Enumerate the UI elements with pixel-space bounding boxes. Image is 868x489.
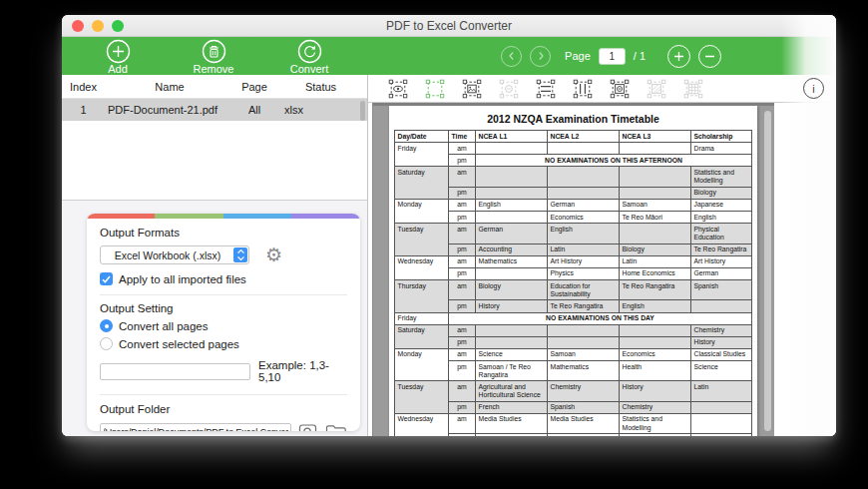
timetable-cell: Te Reo Māori (620, 212, 691, 224)
timetable-row: pmChineseTe Reo MāoriArt HistoryPhysics (395, 434, 752, 436)
timetable-cell: Drama (691, 143, 752, 155)
timetable-cell (620, 167, 691, 187)
timetable-row: Saturday17 NovamChemistry (395, 324, 752, 336)
minimize-window-button[interactable] (92, 20, 104, 32)
timetable-row: Thursday15 NovamBiologyEducation for Sus… (395, 280, 752, 300)
zoom-out-button[interactable] (698, 45, 721, 68)
show-marked-areas-tool[interactable] (388, 79, 408, 99)
column-header-index: Index (62, 81, 105, 93)
timetable-cell: Physics (548, 267, 620, 279)
timetable-row: pmHistoryTe Reo RangatiraEnglish (395, 300, 752, 312)
timetable-cell: Science (691, 361, 752, 381)
file-status: xlsx (274, 104, 367, 116)
previous-page-button[interactable] (501, 46, 522, 67)
remove-button[interactable]: Remove (186, 38, 241, 75)
timetable-time-cell: am (449, 381, 476, 401)
timetable-day-cell: Saturday17 Nov (395, 324, 449, 348)
file-list: Index Name Page Status 1 PDF-Document-21… (62, 75, 367, 200)
file-list-row[interactable]: 1 PDF-Document-21.pdf All xlsx (62, 99, 367, 121)
timetable-row: Saturday10 NovamStatistics and Modelling (395, 167, 752, 187)
screenshot-stage: PDF to Excel Converter Add Remove (0, 0, 868, 489)
timetable-cell (691, 401, 752, 413)
page-label: Page (565, 50, 591, 62)
timetable-cell (476, 336, 548, 348)
column-header-page: Page (234, 81, 274, 93)
titlebar: PDF to Excel Converter (62, 15, 836, 37)
radio-option-0[interactable]: Convert all pages (100, 319, 347, 332)
timetable-cell: Health (620, 361, 691, 381)
page-range-input[interactable] (100, 363, 250, 380)
timetable-row: Wednesday21 NovamMedia StudiesMedia Stud… (395, 413, 752, 433)
timetable-cell (476, 143, 548, 155)
close-window-button[interactable] (72, 20, 84, 32)
file-page: All (234, 104, 274, 116)
timetable-day-cell: Friday16 Nov (395, 312, 449, 324)
timetable-cell: History (476, 300, 548, 312)
page-number-input[interactable] (599, 48, 626, 65)
timetable-column-header: Time (449, 131, 476, 143)
timetable: Day/DateTimeNCEA L1NCEA L2NCEA L3Scholar… (394, 130, 752, 436)
file-list-scrollbar[interactable] (360, 101, 365, 121)
timetable-row: pmEconomicsTe Reo MāoriEnglish (395, 212, 752, 224)
zoom-window-button[interactable] (112, 20, 124, 32)
reveal-folder-button[interactable] (298, 422, 318, 431)
pdf-page[interactable]: 2012 NZQA Examination Timetable Day/Date… (389, 106, 757, 436)
timetable-cell (620, 324, 691, 336)
timetable-cell: Mathematics (548, 361, 620, 381)
timetable-cell: German (691, 267, 752, 279)
timetable-cell (476, 267, 548, 279)
document-viewport[interactable]: 2012 NZQA Examination Timetable Day/Date… (372, 103, 774, 436)
timetable-cell (620, 187, 691, 199)
preview-pane: i 2012 NZQA Examination Timetable Day/Da… (367, 75, 836, 436)
timetable-cell: History (691, 336, 752, 348)
choose-folder-button[interactable] (325, 423, 347, 432)
timetable-time-cell: pm (449, 212, 476, 224)
timetable-time-cell: pm (449, 361, 476, 381)
mark-rows-tool[interactable] (536, 79, 556, 99)
timetable-cell (691, 413, 752, 433)
timetable-time-cell: pm (449, 267, 476, 279)
timetable-row: pmSamoan / Te Reo RangatiraMathematicsHe… (395, 361, 752, 381)
output-folder-path-input[interactable] (100, 423, 291, 431)
radio-option-1[interactable]: Convert selected pages (100, 337, 347, 350)
window-title: PDF to Excel Converter (62, 15, 836, 37)
folder-icon (325, 423, 347, 432)
toolbar-left-group: Add Remove Convert (90, 38, 337, 75)
timetable-cell: Science (476, 348, 548, 360)
timetable-time-cell: am (449, 167, 476, 187)
toolbar-page-nav: Page / 1 (501, 37, 721, 75)
mark-table-area-tool[interactable] (425, 79, 445, 99)
vertical-scrollbar[interactable] (764, 111, 771, 431)
next-page-button[interactable] (530, 46, 551, 67)
convert-button[interactable]: Convert (281, 38, 337, 75)
page-range-example: Example: 1,3-5,10 (258, 359, 347, 383)
timetable-cell: German (548, 199, 620, 211)
mark-columns-tool[interactable] (573, 79, 593, 99)
timetable-time-cell: am (449, 224, 476, 244)
add-button-label: Add (108, 63, 128, 75)
mark-image-area-tool[interactable] (462, 79, 482, 99)
timetable-day-cell: Monday12 Nov (395, 199, 449, 223)
erase-cell-area-tool[interactable] (610, 79, 630, 99)
timetable-header-row: Day/DateTimeNCEA L1NCEA L2NCEA L3Scholar… (395, 131, 752, 143)
timetable-column-header: Day/Date (395, 131, 449, 143)
output-format-dropdown[interactable]: Excel Workbook (.xlsx) (100, 245, 249, 264)
apply-all-checkbox[interactable] (100, 272, 113, 285)
timetable-day-cell: Thursday15 Nov (395, 280, 449, 312)
add-button[interactable]: Add (90, 38, 146, 75)
timetable-cell: Classical Studies (691, 348, 752, 360)
trash-icon (202, 39, 226, 64)
zoom-in-button[interactable] (667, 45, 690, 68)
info-icon: i (812, 83, 814, 95)
convert-refresh-icon (297, 39, 322, 64)
hatched-area-tool (647, 79, 666, 99)
timetable-cell: Japanese (691, 199, 752, 211)
gear-icon[interactable]: ⚙ (265, 245, 282, 264)
timetable-cell: Samoan / Te Reo Rangatira (476, 361, 548, 381)
info-button[interactable]: i (803, 78, 824, 99)
dropdown-stepper-icon (233, 247, 247, 262)
section-divider (100, 294, 347, 295)
timetable-day-cell: Saturday10 Nov (395, 167, 449, 199)
timetable-row: Friday09 NovamDrama (395, 143, 752, 155)
content-area: Index Name Page Status 1 PDF-Document-21… (62, 75, 836, 436)
